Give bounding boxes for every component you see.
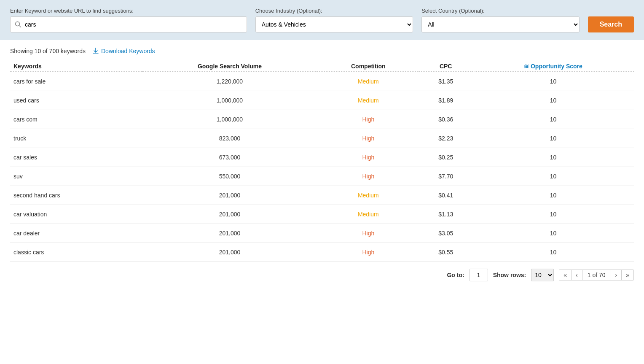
volume-cell: 1,000,000 (142, 110, 317, 129)
table-row: car sales 673,000 High $0.25 10 (10, 148, 634, 167)
col-cpc: CPC (419, 59, 472, 72)
country-field-group: Select Country (Optional): All United St… (421, 8, 579, 32)
keywords-table-wrap: Keywords Google Search Volume Competitio… (0, 59, 644, 262)
competition-cell: High (317, 167, 419, 186)
keyword-cell: suv (10, 167, 142, 186)
table-row: cars for sale 1,220,000 Medium $1.35 10 (10, 72, 634, 91)
keyword-cell: classic cars (10, 243, 142, 262)
cpc-cell: $0.36 (419, 110, 472, 129)
prev-page-button[interactable]: ‹ (572, 270, 582, 280)
cpc-cell: $1.89 (419, 91, 472, 110)
score-cell: 10 (472, 243, 634, 262)
cpc-cell: $0.25 (419, 148, 472, 167)
country-label: Select Country (Optional): (421, 8, 579, 14)
col-keywords: Keywords (10, 59, 142, 72)
volume-cell: 1,000,000 (142, 91, 317, 110)
keyword-cell: cars com (10, 110, 142, 129)
volume-cell: 201,000 (142, 186, 317, 205)
keyword-cell: car dealer (10, 224, 142, 243)
competition-cell: High (317, 243, 419, 262)
cpc-cell: $7.70 (419, 167, 472, 186)
goto-input[interactable] (470, 269, 488, 281)
competition-cell: High (317, 148, 419, 167)
first-page-button[interactable]: « (559, 270, 572, 280)
search-button[interactable]: Search (588, 16, 634, 32)
keyword-input[interactable] (25, 21, 242, 28)
score-cell: 10 (472, 186, 634, 205)
cpc-cell: $1.13 (419, 205, 472, 224)
volume-cell: 201,000 (142, 243, 317, 262)
score-cell: 10 (472, 72, 634, 91)
keyword-cell: second hand cars (10, 186, 142, 205)
score-cell: 10 (472, 91, 634, 110)
download-label: Download Keywords (101, 48, 155, 54)
score-cell: 10 (472, 148, 634, 167)
volume-cell: 823,000 (142, 129, 317, 148)
keyword-cell: car sales (10, 148, 142, 167)
show-rows-select[interactable]: 10 25 50 100 (531, 269, 554, 281)
table-row: classic cars 201,000 High $0.55 10 (10, 243, 634, 262)
keyword-cell: used cars (10, 91, 142, 110)
svg-line-1 (19, 26, 21, 27)
last-page-button[interactable]: » (622, 270, 633, 280)
page-info: 1 of 70 (582, 270, 611, 280)
results-header: Showing 10 of 700 keywords Download Keyw… (0, 40, 644, 59)
table-row: car valuation 201,000 Medium $1.13 10 (10, 205, 634, 224)
volume-cell: 673,000 (142, 148, 317, 167)
volume-cell: 550,000 (142, 167, 317, 186)
cpc-cell: $1.35 (419, 72, 472, 91)
cpc-cell: $3.05 (419, 224, 472, 243)
cpc-cell: $2.23 (419, 129, 472, 148)
competition-cell: Medium (317, 205, 419, 224)
industry-field-group: Choose Industry (Optional): Autos & Vehi… (255, 8, 413, 32)
table-row: second hand cars 201,000 Medium $0.41 10 (10, 186, 634, 205)
col-volume: Google Search Volume (142, 59, 317, 72)
industry-select[interactable]: Autos & Vehicles All Business & Industri… (255, 16, 413, 32)
score-cell: 10 (472, 129, 634, 148)
keyword-field-group: Enter Keyword or website URL to find sug… (10, 8, 247, 32)
pager: « ‹ 1 of 70 › » (559, 270, 634, 280)
score-cell: 10 (472, 205, 634, 224)
show-rows-label: Show rows: (493, 272, 526, 278)
industry-label: Choose Industry (Optional): (255, 8, 413, 14)
pagination-row: Go to: Show rows: 10 25 50 100 « ‹ 1 of … (0, 262, 644, 288)
competition-cell: High (317, 224, 419, 243)
col-opportunity: ≋Opportunity Score (472, 59, 634, 72)
goto-label: Go to: (447, 272, 464, 278)
volume-cell: 1,220,000 (142, 72, 317, 91)
cpc-cell: $0.41 (419, 186, 472, 205)
cpc-cell: $0.55 (419, 243, 472, 262)
keyword-input-wrap (10, 16, 247, 32)
search-bar: Enter Keyword or website URL to find sug… (0, 0, 644, 40)
volume-cell: 201,000 (142, 205, 317, 224)
competition-cell: Medium (317, 186, 419, 205)
table-row: suv 550,000 High $7.70 10 (10, 167, 634, 186)
wave-icon: ≋ (524, 63, 529, 70)
competition-cell: Medium (317, 91, 419, 110)
keywords-table: Keywords Google Search Volume Competitio… (10, 59, 634, 262)
competition-cell: High (317, 110, 419, 129)
competition-cell: High (317, 129, 419, 148)
table-row: truck 823,000 High $2.23 10 (10, 129, 634, 148)
score-cell: 10 (472, 224, 634, 243)
col-competition: Competition (317, 59, 419, 72)
table-row: used cars 1,000,000 Medium $1.89 10 (10, 91, 634, 110)
keyword-label: Enter Keyword or website URL to find sug… (10, 8, 247, 14)
keyword-cell: truck (10, 129, 142, 148)
table-body: cars for sale 1,220,000 Medium $1.35 10 … (10, 72, 634, 262)
score-cell: 10 (472, 110, 634, 129)
download-keywords-link[interactable]: Download Keywords (92, 48, 155, 54)
table-row: cars com 1,000,000 High $0.36 10 (10, 110, 634, 129)
table-header-row: Keywords Google Search Volume Competitio… (10, 59, 634, 72)
results-count: Showing 10 of 700 keywords (10, 48, 86, 54)
next-page-button[interactable]: › (611, 270, 622, 280)
keyword-cell: car valuation (10, 205, 142, 224)
country-select[interactable]: All United States United Kingdom Canada … (421, 16, 579, 32)
score-cell: 10 (472, 167, 634, 186)
volume-cell: 201,000 (142, 224, 317, 243)
table-row: car dealer 201,000 High $3.05 10 (10, 224, 634, 243)
search-icon (15, 21, 21, 28)
competition-cell: Medium (317, 72, 419, 91)
keyword-cell: cars for sale (10, 72, 142, 91)
download-icon (92, 48, 99, 54)
